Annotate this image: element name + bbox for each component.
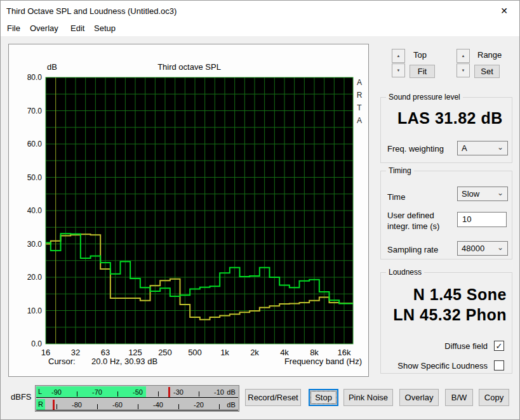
loudness-group: Loudness N 1.45 Sone LN 45.32 Phon Diffu…: [380, 272, 512, 374]
third-octave-chart[interactable]: [9, 44, 370, 377]
meter-scale-label: -70: [92, 388, 102, 396]
meter-scale-label: -60: [112, 401, 123, 409]
spl-value: LAS 31.82 dB: [397, 109, 503, 128]
show-specific-loudness-label: Show Specific Loudness: [397, 361, 488, 371]
timing-group-title: Timing: [386, 166, 414, 175]
top-down-spinner[interactable]: ▼: [392, 63, 405, 77]
x-tick-label: 4k: [272, 348, 297, 357]
y-tick-label: 20.0: [14, 273, 42, 282]
chevron-down-icon: ⌄: [497, 187, 503, 200]
loudness-phon-value: LN 45.32 Phon: [393, 306, 507, 324]
bw-button[interactable]: B/W: [445, 389, 473, 406]
menu-setup[interactable]: Setup: [91, 23, 118, 34]
sampling-rate-select[interactable]: 48000 ⌄: [457, 241, 508, 256]
spl-group: Sound pressure level LAS 31.82 dB Freq. …: [380, 97, 512, 163]
integr-time-label-line1: User defined: [387, 211, 434, 220]
show-specific-loudness-checkbox[interactable]: [494, 360, 504, 371]
level-meter: L-90-70-50-30-10dBR-80-60-40-20dB: [35, 385, 239, 412]
meter-scale-label: -50: [133, 388, 143, 396]
meter-peak-marker: [168, 387, 170, 397]
window-title: Third Octave SPL and Loudness (Untitled.…: [6, 6, 177, 16]
menu-overlay[interactable]: Overlay: [27, 23, 61, 34]
fit-button[interactable]: Fit: [410, 65, 435, 78]
meter-tick: [97, 404, 98, 409]
pink-noise-button[interactable]: Pink Noise: [343, 389, 393, 406]
cursor-readout: 20.0 Hz, 30.93 dB: [91, 357, 157, 366]
meter-scale-label: -80: [72, 401, 82, 409]
diffuse-field-label: Diffuse field: [444, 341, 488, 351]
meter-channel-label: R: [36, 399, 45, 410]
meter-row-l: L-90-70-50-30-10dB: [36, 386, 238, 398]
sampling-rate-value: 48000: [462, 244, 484, 253]
top-up-spinner[interactable]: ▲: [392, 49, 405, 63]
x-tick-label: 32: [63, 348, 88, 357]
y-tick-label: 60.0: [14, 140, 42, 148]
menu-bar: File Overlay Edit Setup: [1, 21, 519, 36]
top-label: Top: [413, 50, 427, 60]
record-reset-button[interactable]: Record/Reset: [245, 389, 301, 406]
meter-scale-label: -30: [173, 388, 183, 396]
menu-edit[interactable]: Edit: [68, 23, 87, 34]
stop-button[interactable]: Stop: [309, 389, 338, 406]
chart-panel: dB Third octave SPL 80.070.060.050.040.0…: [8, 44, 369, 377]
overlay-button[interactable]: Overlay: [399, 389, 439, 406]
timing-group: Timing Time Slow ⌄ User defined integr. …: [380, 171, 512, 259]
loudness-sone-value: N 1.45 Sone: [413, 285, 507, 304]
time-label: Time: [387, 192, 405, 202]
sampling-rate-label: Sampling rate: [387, 245, 438, 254]
meter-tick: [219, 404, 220, 409]
freq-weighting-value: A: [462, 143, 467, 153]
y-tick-label: 50.0: [14, 173, 42, 182]
meter-scale-label: -10: [214, 388, 224, 396]
x-tick-label: 16: [33, 348, 58, 357]
spl-group-title: Sound pressure level: [386, 93, 463, 102]
close-icon[interactable]: ✕: [495, 4, 513, 17]
set-button[interactable]: Set: [474, 65, 500, 78]
app-window: Third Octave SPL and Loudness (Untitled.…: [0, 0, 520, 420]
meter-scale-label: -40: [153, 401, 163, 409]
y-tick-label: 0.0: [14, 339, 42, 348]
y-tick-label: 40.0: [14, 206, 42, 215]
meter-tick: [77, 391, 77, 397]
meter-scale-label: -20: [194, 401, 204, 409]
meter-unit-label: dB: [227, 401, 235, 409]
meter-unit-label: dB: [227, 388, 235, 396]
meter-row-r: R-80-60-40-20dB: [36, 399, 238, 410]
meter-tick: [117, 391, 118, 397]
x-tick-label: 8k: [302, 348, 327, 357]
range-label: Range: [477, 50, 502, 60]
x-tick-label: 125: [123, 348, 148, 357]
range-up-spinner[interactable]: ▲: [457, 49, 470, 63]
chart-x-label: Frequency band (Hz): [284, 357, 362, 366]
chevron-down-icon: ⌄: [497, 241, 503, 254]
meter-tick: [57, 404, 57, 409]
x-tick-label: 2k: [242, 348, 267, 357]
chevron-down-icon: ⌄: [497, 141, 503, 154]
loudness-group-title: Loudness: [386, 268, 424, 277]
arta-watermark: ARTA: [355, 76, 364, 127]
x-tick-label: 500: [182, 348, 208, 357]
y-tick-label: 30.0: [14, 240, 42, 249]
meter-tick: [158, 391, 159, 397]
meter-peak-marker: [53, 400, 55, 410]
time-select[interactable]: Slow ⌄: [457, 187, 508, 201]
meter-tick: [199, 391, 199, 397]
range-down-spinner[interactable]: ▼: [457, 63, 470, 77]
copy-button[interactable]: Copy: [479, 389, 509, 406]
y-tick-label: 80.0: [14, 73, 42, 82]
meter-scale-label: -90: [51, 388, 62, 396]
cursor-label: Cursor:: [48, 357, 76, 366]
y-tick-label: 70.0: [14, 107, 42, 115]
chart-title: Third octave SPL: [9, 62, 370, 72]
menu-file[interactable]: File: [4, 23, 23, 34]
x-tick-label: 250: [152, 348, 178, 357]
diffuse-field-checkbox[interactable]: ✓: [494, 341, 504, 351]
title-bar: Third Octave SPL and Loudness (Untitled.…: [1, 1, 519, 21]
freq-weighting-select[interactable]: A ⌄: [457, 141, 508, 155]
integr-time-input[interactable]: 10: [457, 212, 507, 227]
y-tick-label: 10.0: [14, 306, 42, 315]
integr-time-label-line2: integr. time (s): [387, 221, 439, 231]
x-tick-label: 63: [93, 348, 118, 357]
time-value: Slow: [462, 189, 479, 199]
freq-weighting-label: Freq. weighting: [387, 144, 444, 154]
